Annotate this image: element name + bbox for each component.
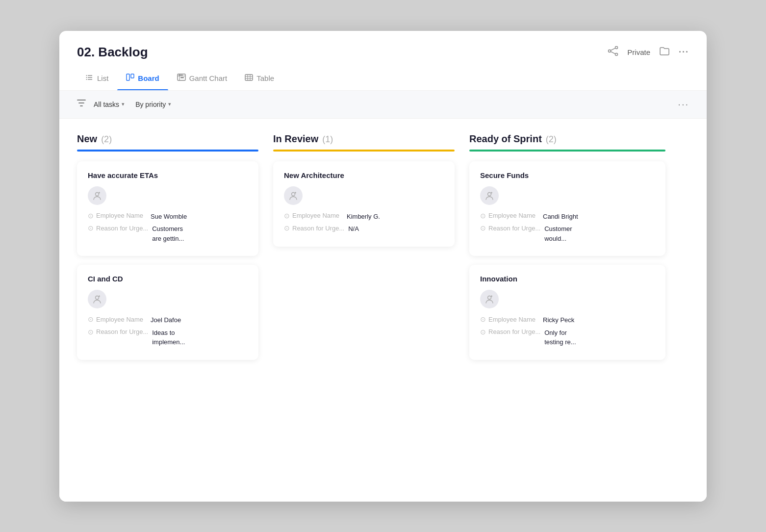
- employee-name-value: Kimberly G.: [347, 212, 380, 222]
- column-ready-sprint-count: (2): [546, 134, 557, 145]
- reason-urge-label: ⊙ Reason for Urge...: [88, 328, 148, 336]
- header-actions: Private ···: [608, 46, 689, 58]
- card-field: ⊙ Reason for Urge... Customersare gettin…: [88, 224, 248, 243]
- card-field: ⊙ Employee Name Sue Womble: [88, 212, 248, 222]
- reason-urge-value: Customerwould...: [544, 224, 572, 243]
- employee-name-value: Ricky Peck: [543, 315, 574, 325]
- column-new-count: (2): [101, 134, 112, 145]
- card-new-architecture: New Architecture ⊙ Employee Name Kimberl…: [273, 161, 455, 247]
- check-icon: ⊙: [284, 212, 290, 220]
- card-innovation-avatar[interactable]: [480, 290, 499, 308]
- column-in-review: In Review (1) New Architecture ⊙ Employe…: [273, 133, 469, 487]
- tab-table-label: Table: [256, 74, 274, 82]
- card-have-accurate-etas-title: Have accurate ETAs: [88, 171, 248, 179]
- by-priority-chevron: ▾: [168, 101, 171, 107]
- column-in-review-header: In Review (1): [273, 133, 455, 145]
- svg-point-35: [488, 296, 491, 300]
- column-ready-sprint-title: Ready of Sprint: [469, 133, 542, 145]
- check-icon: ⊙: [88, 328, 94, 336]
- column-in-review-title: In Review: [273, 133, 318, 145]
- card-ci-and-cd-title: CI and CD: [88, 275, 248, 283]
- card-field: ⊙ Employee Name Candi Bright: [480, 212, 655, 222]
- card-field: ⊙ Reason for Urge... Customerwould...: [480, 224, 655, 243]
- filter-icon: [77, 99, 86, 109]
- card-innovation: Innovation ⊙ Employee Name Ricky Peck ⊙ …: [469, 265, 665, 360]
- employee-name-label: ⊙ Employee Name: [88, 315, 147, 323]
- card-have-accurate-etas-avatar[interactable]: [88, 186, 106, 205]
- toolbar-filters: All tasks ▾ By priority ▾: [77, 99, 174, 110]
- svg-rect-12: [131, 74, 134, 78]
- svg-point-1: [615, 53, 618, 55]
- column-in-review-count: (1): [322, 134, 333, 145]
- card-new-architecture-avatar[interactable]: [284, 186, 303, 205]
- tab-list-label: List: [97, 74, 108, 82]
- column-new-bar: [77, 150, 258, 152]
- card-field: ⊙ Employee Name Joel Dafoe: [88, 315, 248, 325]
- tab-gantt-label: Gantt Chart: [189, 74, 228, 82]
- card-secure-funds-title: Secure Funds: [480, 171, 655, 179]
- tabs-bar: List Board Gantt Chart Table: [59, 60, 707, 91]
- check-icon: ⊙: [284, 224, 290, 232]
- gantt-icon: [177, 74, 186, 83]
- toolbar: All tasks ▾ By priority ▾ ···: [59, 91, 707, 119]
- svg-point-23: [96, 192, 99, 196]
- by-priority-label: By priority: [135, 101, 166, 108]
- reason-urge-value: N/A: [348, 224, 359, 234]
- svg-rect-17: [179, 75, 183, 76]
- card-secure-funds: Secure Funds ⊙ Employee Name Candi Brigh…: [469, 161, 665, 256]
- private-label: Private: [627, 48, 650, 56]
- tab-list[interactable]: List: [77, 69, 117, 90]
- employee-name-label: ⊙ Employee Name: [480, 212, 539, 220]
- column-new-title: New: [77, 133, 97, 145]
- folder-icon[interactable]: [659, 46, 670, 58]
- tab-gantt[interactable]: Gantt Chart: [168, 69, 236, 90]
- column-new-header: New (2): [77, 133, 258, 145]
- card-field: ⊙ Reason for Urge... N/A: [284, 224, 444, 234]
- employee-name-value: Joel Dafoe: [151, 315, 181, 325]
- reason-urge-label: ⊙ Reason for Urge...: [480, 328, 540, 336]
- reason-urge-label: ⊙ Reason for Urge...: [88, 224, 148, 232]
- more-options-icon[interactable]: ···: [679, 47, 689, 57]
- check-icon: ⊙: [88, 224, 94, 232]
- employee-name-value: Sue Womble: [151, 212, 187, 222]
- column-ready-sprint: Ready of Sprint (2) Secure Funds ⊙ Emplo…: [469, 133, 665, 487]
- card-innovation-title: Innovation: [480, 275, 655, 283]
- all-tasks-chevron: ▾: [122, 101, 125, 107]
- toolbar-more-icon[interactable]: ···: [678, 99, 689, 110]
- table-icon: [245, 74, 253, 83]
- check-icon: ⊙: [480, 315, 486, 323]
- svg-point-29: [292, 192, 295, 196]
- column-new: New (2) Have accurate ETAs ⊙ Employee Na…: [77, 133, 273, 487]
- by-priority-filter[interactable]: By priority ▾: [132, 99, 174, 110]
- tab-board[interactable]: Board: [117, 69, 168, 90]
- svg-point-32: [488, 192, 491, 196]
- employee-name-value: Candi Bright: [543, 212, 578, 222]
- svg-rect-11: [127, 74, 129, 80]
- svg-line-3: [611, 48, 615, 51]
- board: New (2) Have accurate ETAs ⊙ Employee Na…: [59, 119, 707, 502]
- app-window: 02. Backlog Private ···: [59, 31, 707, 502]
- share-icon[interactable]: [608, 46, 618, 58]
- all-tasks-filter[interactable]: All tasks ▾: [91, 99, 128, 110]
- check-icon: ⊙: [480, 328, 486, 336]
- check-icon: ⊙: [480, 224, 486, 232]
- board-icon: [126, 74, 134, 83]
- svg-point-2: [609, 50, 611, 52]
- card-secure-funds-avatar[interactable]: [480, 186, 499, 205]
- card-ci-and-cd: CI and CD ⊙ Employee Name Joel Dafoe ⊙ R…: [77, 265, 258, 360]
- svg-point-26: [96, 296, 99, 300]
- all-tasks-label: All tasks: [94, 101, 119, 108]
- tab-table[interactable]: Table: [236, 69, 283, 90]
- reason-urge-value: Customersare gettin...: [152, 224, 184, 243]
- employee-name-label: ⊙ Employee Name: [284, 212, 343, 220]
- card-ci-and-cd-avatar[interactable]: [88, 290, 106, 308]
- column-ready-sprint-header: Ready of Sprint (2): [469, 133, 665, 145]
- check-icon: ⊙: [88, 212, 94, 220]
- reason-urge-value: Ideas toimplemen...: [152, 328, 185, 347]
- svg-rect-16: [180, 77, 184, 78]
- svg-point-0: [615, 46, 618, 49]
- reason-urge-value: Only fortesting re...: [544, 328, 576, 347]
- private-text: Private: [627, 48, 650, 56]
- reason-urge-label: ⊙ Reason for Urge...: [480, 224, 540, 232]
- reason-urge-label: ⊙ Reason for Urge...: [284, 224, 344, 232]
